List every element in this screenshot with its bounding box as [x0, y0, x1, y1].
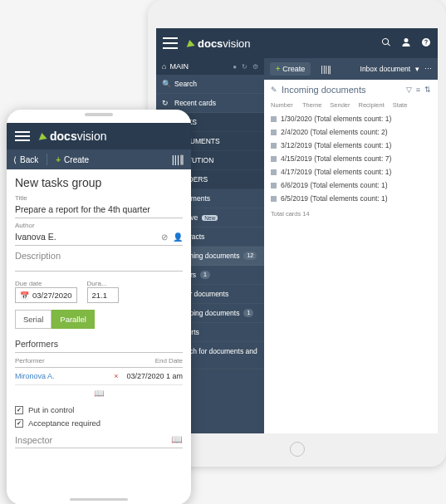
doc-icon: ✎	[271, 86, 277, 94]
table-row[interactable]: 6/6/2019 (Total elements count: 1)	[271, 179, 431, 192]
phone-header: docsvision	[7, 123, 191, 149]
tablet-screen: docsvision ⌂MAIN ●↻⚙	[156, 28, 438, 433]
remove-icon[interactable]: ×	[114, 372, 118, 380]
more-icon[interactable]: ⋯	[424, 65, 432, 73]
inbox-label: Inbox document	[360, 65, 410, 73]
hamburger-icon[interactable]	[163, 37, 178, 49]
tablet-toolbar: +Create |||∥ Inbox document ▾ ⋯	[264, 58, 438, 80]
badge-count: 12	[243, 252, 257, 260]
search-icon: 🔍	[162, 80, 170, 88]
table-row[interactable]: 4/15/2019 (Total elements count: 7)	[271, 152, 431, 165]
phone-home-bar[interactable]	[70, 498, 128, 501]
title-field[interactable]: Prepare a report for the 4th quarter	[15, 202, 183, 218]
performer-name[interactable]: Mironova A.	[15, 372, 114, 380]
brand-logo-icon	[185, 39, 194, 47]
sidebar-main-label: MAIN	[169, 62, 189, 71]
refresh-icon[interactable]: ↻	[242, 63, 248, 71]
brand: docsvision	[38, 130, 183, 143]
performers-table: Performer End Date Mironova A. × 03/27/2…	[15, 355, 183, 401]
chevron-down-icon[interactable]: ▾	[415, 65, 419, 73]
barcode-icon[interactable]: |||∥	[321, 65, 331, 74]
table-header: Number Theme Sender Recipient State	[264, 100, 438, 110]
search-icon[interactable]	[381, 37, 391, 50]
title-field-label: Title	[15, 194, 183, 202]
badge-count: 1	[243, 309, 253, 317]
gear-icon[interactable]: ⚙	[252, 63, 258, 71]
expand-icon[interactable]	[271, 196, 277, 202]
hamburger-icon[interactable]	[15, 131, 30, 141]
book-icon[interactable]: 📖	[15, 385, 183, 401]
badge-new: New	[202, 215, 218, 221]
expand-icon[interactable]	[271, 143, 277, 149]
description-field[interactable]: Description	[15, 246, 183, 272]
tablet-home-button[interactable]	[290, 442, 305, 457]
dot-icon: ●	[233, 63, 237, 71]
back-button[interactable]: ⟨Back	[13, 155, 38, 164]
performers-section: Performers	[15, 339, 183, 353]
arrow-left-icon: ⟨	[13, 155, 17, 164]
page-title: New tasks group	[15, 176, 183, 189]
inspector-field[interactable]: Inspector 📖	[15, 434, 183, 448]
table-row[interactable]: 3/12/2019 (Total elements count: 1)	[271, 139, 431, 152]
expand-icon[interactable]	[271, 169, 277, 175]
badge-count: 1	[200, 271, 210, 279]
brand-text: docsvision	[198, 37, 251, 50]
tablet-frame: docsvision ⌂MAIN ●↻⚙	[148, 0, 446, 467]
checkbox-icon: ✔	[15, 419, 23, 428]
checkbox-icon: ✔	[15, 406, 23, 414]
duedate-field[interactable]: 📅03/27/2020	[15, 287, 77, 303]
phone-frame: docsvision ⟨Back +Create |||∥ New tasks …	[7, 110, 191, 504]
brand: docsvision	[186, 37, 381, 50]
author-field[interactable]: Ivanova E. ⊘👤	[15, 229, 183, 246]
home-icon: ⌂	[162, 62, 166, 71]
sidebar-item-search[interactable]: 🔍Search	[156, 75, 264, 94]
phone-body: New tasks group Title Prepare a report f…	[7, 169, 191, 492]
brand-logo-icon	[37, 132, 47, 140]
main-title: Incoming documents	[282, 85, 402, 95]
table-row[interactable]: 4/17/2019 (Total elements count: 1)	[271, 165, 431, 179]
table-row[interactable]: 2/4/2020 (Total elements count: 2)	[271, 125, 431, 139]
serial-button[interactable]: Serial	[15, 310, 51, 329]
acceptance-checkbox[interactable]: ✔ Acceptance required	[15, 418, 183, 428]
user-icon[interactable]	[401, 37, 411, 50]
sort-icon[interactable]: ⇅	[424, 86, 431, 94]
performer-date: 03/27/2020 1 am	[126, 372, 183, 380]
expand-icon[interactable]	[271, 183, 277, 188]
author-field-label: Author	[15, 222, 183, 229]
contact-icon[interactable]: 👤	[173, 232, 183, 242]
brand-text: docsvision	[50, 130, 106, 143]
list-icon[interactable]: ≡	[416, 86, 420, 94]
expand-icon[interactable]	[271, 130, 277, 135]
parallel-button[interactable]: Parallel	[51, 310, 95, 329]
col-performer: Performer	[15, 357, 155, 365]
duration-field[interactable]: 21.1	[87, 287, 119, 303]
col-enddate: End Date	[155, 357, 183, 365]
performer-row[interactable]: Mironova A. × 03/27/2020 1 am	[15, 368, 183, 385]
total-count: Total cards 14	[264, 207, 438, 221]
table-body: 1/30/2020 (Total elements count: 1) 2/4/…	[264, 110, 438, 207]
main-title-row: ✎ Incoming documents ▽ ≡ ⇅	[264, 80, 438, 100]
plus-icon: +	[56, 155, 61, 164]
plus-icon: +	[276, 65, 280, 73]
duedate-label: Due date	[15, 280, 77, 287]
create-button[interactable]: +Create	[270, 62, 311, 76]
book-icon[interactable]: 📖	[171, 434, 183, 445]
filter-icon[interactable]: ▽	[406, 86, 412, 94]
table-row[interactable]: 1/30/2020 (Total elements count: 1)	[271, 112, 431, 125]
help-icon[interactable]	[421, 37, 431, 50]
duration-label: Dura...	[87, 280, 119, 287]
barcode-icon[interactable]: |||∥	[172, 154, 184, 165]
phone-screen: docsvision ⟨Back +Create |||∥ New tasks …	[7, 123, 191, 492]
tablet-main: +Create |||∥ Inbox document ▾ ⋯ ✎ Incomi…	[264, 58, 438, 433]
phone-notch	[85, 113, 113, 116]
put-in-control-checkbox[interactable]: ✔ Put in control	[15, 405, 183, 414]
sidebar-main-row[interactable]: ⌂MAIN ●↻⚙	[156, 58, 264, 75]
create-button[interactable]: +Create	[56, 155, 89, 164]
table-row[interactable]: 6/5/2019 (Total elements count: 1)	[271, 192, 431, 205]
expand-icon[interactable]	[271, 116, 277, 122]
expand-icon[interactable]	[271, 156, 277, 162]
phone-toolbar: ⟨Back +Create |||∥	[7, 149, 191, 169]
calendar-icon: 📅	[20, 291, 29, 300]
tablet-header: docsvision	[156, 28, 438, 58]
clear-icon[interactable]: ⊘	[161, 232, 168, 242]
